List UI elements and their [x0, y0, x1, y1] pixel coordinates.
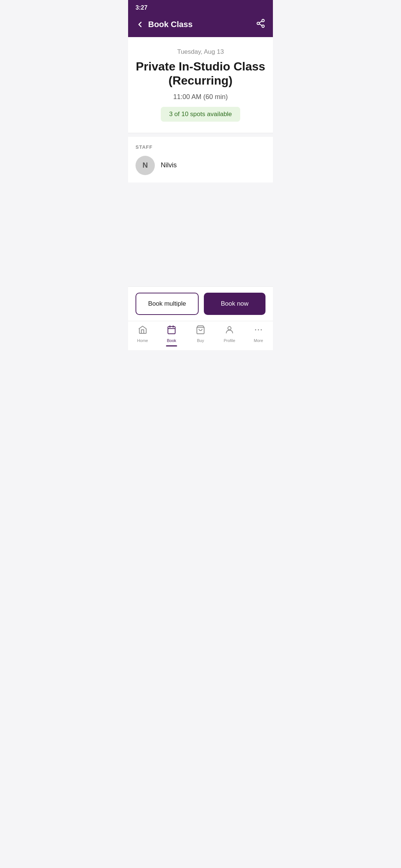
content-spacer	[128, 183, 273, 286]
staff-initial: N	[143, 161, 148, 170]
back-button[interactable]	[136, 20, 144, 29]
nav-item-buy[interactable]: Buy	[186, 325, 215, 343]
svg-line-3	[259, 24, 262, 26]
nav-item-profile[interactable]: Profile	[215, 325, 244, 343]
action-buttons: Book multiple Book now	[128, 286, 273, 321]
svg-point-2	[262, 25, 264, 27]
svg-point-1	[257, 22, 260, 25]
page-wrapper: 3:27 Book Class Tuesday, Aug 13 Private …	[128, 0, 273, 350]
nav-item-home[interactable]: Home	[128, 325, 157, 343]
svg-point-0	[262, 19, 264, 22]
status-time: 3:27	[136, 4, 147, 11]
home-icon	[138, 325, 147, 337]
staff-name: Nilvis	[161, 161, 177, 169]
class-date: Tuesday, Aug 13	[136, 48, 265, 56]
nav-item-more[interactable]: More	[244, 325, 273, 343]
class-title: Private In-Studio Class (Recurring)	[136, 59, 265, 88]
header-title: Book Class	[148, 20, 193, 29]
buy-icon	[196, 325, 205, 337]
nav-item-book[interactable]: Book	[157, 325, 186, 343]
svg-point-7	[255, 329, 256, 330]
class-time: 11:00 AM (60 min)	[136, 93, 265, 101]
nav-label-book: Book	[167, 338, 176, 343]
profile-icon	[225, 325, 234, 337]
status-bar: 3:27	[128, 0, 273, 14]
book-multiple-button[interactable]: Book multiple	[136, 293, 199, 315]
svg-point-9	[261, 329, 262, 330]
book-icon	[167, 325, 176, 337]
nav-active-indicator	[166, 345, 177, 346]
nav-label-buy: Buy	[197, 338, 204, 343]
spots-badge: 3 of 10 spots available	[161, 107, 240, 122]
header: Book Class	[128, 14, 273, 37]
share-icon	[256, 19, 265, 28]
more-icon	[254, 325, 263, 337]
staff-item: N Nilvis	[136, 156, 265, 175]
back-icon	[136, 20, 144, 29]
staff-section: STAFF N Nilvis	[128, 137, 273, 183]
bottom-nav: Home Book Buy	[128, 321, 273, 350]
nav-label-profile: Profile	[224, 338, 235, 343]
staff-section-label: STAFF	[136, 144, 265, 150]
nav-label-home: Home	[137, 338, 148, 343]
svg-point-8	[258, 329, 259, 330]
nav-label-more: More	[254, 338, 263, 343]
svg-rect-5	[168, 326, 175, 334]
staff-avatar: N	[136, 156, 155, 175]
class-info-section: Tuesday, Aug 13 Private In-Studio Class …	[128, 37, 273, 133]
svg-line-4	[259, 21, 262, 23]
share-button[interactable]	[256, 19, 265, 30]
header-left: Book Class	[136, 20, 193, 29]
book-now-button[interactable]: Book now	[204, 293, 265, 315]
svg-point-6	[228, 326, 231, 330]
